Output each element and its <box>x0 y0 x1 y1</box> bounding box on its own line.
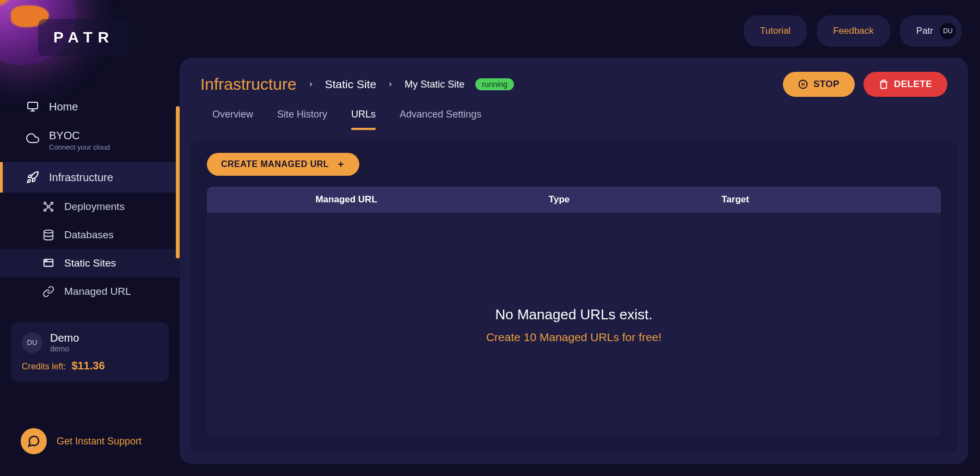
svg-line-10 <box>46 208 47 209</box>
workspace-slug: demo <box>50 344 79 353</box>
nav-byoc[interactable]: BYOC Connect your cloud <box>0 122 180 159</box>
credits-label: Credits left: <box>22 362 66 371</box>
user-avatar: DU <box>940 23 956 39</box>
workspace-card[interactable]: DU Demo demo Credits left: $11.36 <box>11 322 169 382</box>
tab-site-history[interactable]: Site History <box>277 109 327 130</box>
tab-urls[interactable]: URLs <box>351 109 376 130</box>
credits-amount: $11.36 <box>71 360 105 372</box>
trash-icon <box>879 79 889 89</box>
support-button[interactable]: Get Instant Support <box>0 417 180 465</box>
tab-advanced-settings[interactable]: Advanced Settings <box>400 109 481 130</box>
sidebar-scrollbar[interactable] <box>176 106 180 258</box>
support-label: Get Instant Support <box>57 436 142 447</box>
col-target: Target <box>633 194 838 205</box>
nav-deployments[interactable]: Deployments <box>0 193 180 221</box>
nav-static-sites-label: Static Sites <box>64 257 116 269</box>
browser-icon <box>42 257 54 269</box>
breadcrumbs: Infrastructure Static Site My Static Sit… <box>200 75 514 94</box>
tutorial-button[interactable]: Tutorial <box>744 15 807 47</box>
workspace-name: Demo <box>50 332 79 344</box>
cloud-icon <box>26 132 39 145</box>
content-panel: Infrastructure Static Site My Static Sit… <box>180 58 968 464</box>
link-icon <box>42 286 54 298</box>
delete-label: DELETE <box>894 79 932 90</box>
svg-point-6 <box>44 209 46 212</box>
action-buttons: STOP DELETE <box>783 72 947 97</box>
empty-cta[interactable]: Create 10 Managed URLs for free! <box>486 331 661 344</box>
svg-point-7 <box>51 209 53 212</box>
brand-text: PATR <box>53 29 114 46</box>
breadcrumb-root[interactable]: Infrastructure <box>200 75 297 94</box>
col-managed-url: Managed URL <box>207 194 486 205</box>
breadcrumb-level2: My Static Site <box>405 79 464 90</box>
workspace-credits: Credits left: $11.36 <box>22 360 158 372</box>
feedback-button[interactable]: Feedback <box>817 15 890 47</box>
create-label: CREATE MANAGED URL <box>221 159 329 169</box>
monitor-icon <box>26 100 39 113</box>
nav: Home BYOC Connect your cloud Infrastruct… <box>0 91 180 306</box>
stop-label: STOP <box>813 79 840 90</box>
nav-infrastructure[interactable]: Infrastructure <box>0 162 180 193</box>
svg-line-11 <box>50 208 51 209</box>
pause-icon <box>798 79 808 89</box>
svg-point-12 <box>44 230 53 233</box>
svg-point-17 <box>799 81 807 89</box>
nav-infra-label: Infrastructure <box>49 171 113 184</box>
sidebar: PATR Home BYOC Connect your cloud <box>0 0 180 476</box>
workspace-switcher[interactable]: Patr DU <box>900 15 961 47</box>
chevron-right-icon <box>387 81 394 88</box>
network-icon <box>42 201 54 213</box>
panel-header: Infrastructure Static Site My Static Sit… <box>180 58 968 97</box>
nav-managed-url[interactable]: Managed URL <box>0 277 180 306</box>
nav-databases-label: Databases <box>64 229 114 241</box>
nav-byoc-sub: Connect your cloud <box>49 143 110 151</box>
stop-button[interactable]: STOP <box>783 72 855 97</box>
table-header: Managed URL Type Target <box>207 187 941 213</box>
breadcrumb-level1[interactable]: Static Site <box>325 78 377 91</box>
svg-line-9 <box>50 204 51 206</box>
workspace-avatar: DU <box>22 332 42 353</box>
tabs: Overview Site History URLs Advanced Sett… <box>180 97 968 130</box>
tutorial-label: Tutorial <box>760 26 791 36</box>
chat-icon <box>21 428 47 454</box>
plus-icon <box>336 160 345 169</box>
tab-content: CREATE MANAGED URL Managed URL Type Targ… <box>191 141 957 453</box>
managed-url-table: Managed URL Type Target No Managed URLs … <box>207 187 941 437</box>
status-badge: running <box>475 78 514 90</box>
nav-byoc-label: BYOC <box>49 129 110 142</box>
delete-button[interactable]: DELETE <box>863 72 947 97</box>
tab-overview[interactable]: Overview <box>212 109 253 130</box>
nav-deployments-label: Deployments <box>64 201 125 213</box>
database-icon <box>42 229 54 241</box>
chevron-right-icon <box>308 81 314 88</box>
nav-static-sites[interactable]: Static Sites <box>0 249 180 277</box>
svg-line-8 <box>46 204 47 206</box>
nav-databases[interactable]: Databases <box>0 221 180 249</box>
workspace-switcher-label: Patr <box>916 26 933 36</box>
svg-point-16 <box>46 261 47 261</box>
feedback-label: Feedback <box>833 26 874 36</box>
logo[interactable]: PATR <box>38 19 130 56</box>
empty-state: No Managed URLs exist. Create 10 Managed… <box>207 213 941 437</box>
empty-title: No Managed URLs exist. <box>495 306 652 323</box>
nav-managed-url-label: Managed URL <box>64 286 131 298</box>
nav-home-label: Home <box>49 101 78 113</box>
create-managed-url-button[interactable]: CREATE MANAGED URL <box>207 153 359 176</box>
col-type: Type <box>486 194 633 205</box>
svg-point-4 <box>44 202 46 205</box>
svg-point-3 <box>47 206 50 208</box>
svg-rect-0 <box>28 102 38 109</box>
main: Tutorial Feedback Patr DU Infrastructure… <box>180 0 980 476</box>
svg-point-5 <box>51 202 53 205</box>
svg-point-15 <box>45 261 46 261</box>
nav-home[interactable]: Home <box>0 91 180 122</box>
topbar: Tutorial Feedback Patr DU <box>180 0 980 52</box>
rocket-icon <box>26 171 39 184</box>
